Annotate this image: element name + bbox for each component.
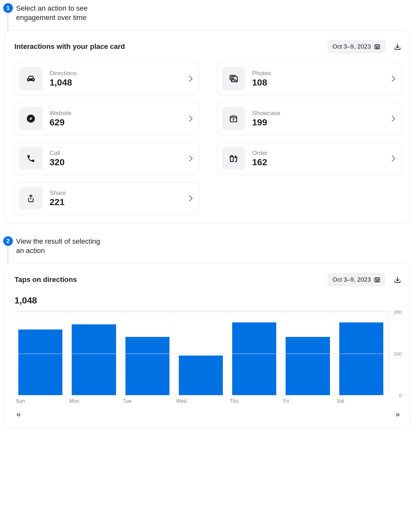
action-text: Photos108 — [252, 70, 384, 88]
next-week-button[interactable]: » — [396, 410, 400, 419]
action-value: 221 — [50, 197, 181, 207]
action-card-share[interactable]: Share221 — [14, 182, 199, 215]
svg-point-26 — [378, 280, 379, 280]
phone-icon — [19, 147, 42, 170]
step-1-caption: Select an action to see engagement over … — [16, 3, 106, 22]
bar-thu[interactable] — [232, 322, 276, 395]
svg-point-19 — [235, 156, 236, 157]
panel-header-right: Oct 3–9, 2023 — [327, 40, 402, 53]
x-tick-label: Mon — [68, 395, 121, 404]
action-label: Directions — [50, 70, 181, 77]
calendar-icon — [374, 276, 380, 283]
x-tick-label: Wed — [175, 395, 228, 404]
calendar-icon — [374, 43, 380, 50]
chevron-right-icon — [391, 115, 396, 122]
action-value: 629 — [50, 117, 181, 128]
svg-point-4 — [376, 47, 376, 47]
share-icon — [19, 187, 42, 210]
compass-icon — [19, 107, 42, 130]
action-value: 108 — [252, 77, 384, 88]
photos-icon — [222, 67, 245, 90]
car-icon — [19, 67, 42, 90]
x-tick-label: Sat — [335, 395, 389, 404]
action-text: Directions1,048 — [50, 70, 181, 88]
action-card-call[interactable]: Call320 — [14, 142, 199, 175]
step-1-block: 1 Select an action to see engagement ove… — [3, 3, 410, 223]
svg-point-24 — [376, 280, 376, 280]
actions-grid: Directions1,048Photos108Website629Showca… — [14, 62, 402, 215]
action-value: 162 — [252, 157, 384, 167]
action-text: Website629 — [50, 110, 181, 128]
bar-chart: 0100200 — [14, 312, 402, 395]
chevron-right-icon — [188, 115, 193, 122]
bar-mon[interactable] — [72, 324, 116, 395]
action-card-directions[interactable]: Directions1,048 — [14, 62, 199, 95]
y-tick-label: 100 — [394, 351, 402, 356]
action-card-website[interactable]: Website629 — [14, 102, 199, 135]
action-card-order[interactable]: Order162 — [217, 142, 402, 175]
chevron-right-icon — [391, 155, 396, 162]
action-card-showcase[interactable]: Showcase199 — [217, 102, 402, 135]
action-label: Photos — [252, 70, 384, 77]
step-1-badge: 1 — [3, 3, 13, 13]
svg-point-25 — [377, 280, 377, 280]
step-2-block: 2 View the result of selecting an action… — [3, 236, 410, 428]
date-range-picker[interactable]: Oct 3–9, 2023 — [327, 40, 386, 53]
action-label: Website — [50, 110, 181, 117]
bar-wed[interactable] — [179, 356, 223, 395]
chart-total: 1,048 — [14, 295, 402, 306]
chevron-right-icon — [391, 75, 396, 82]
step-2-badge: 2 — [3, 236, 13, 246]
svg-point-9 — [378, 48, 379, 49]
gridline — [14, 354, 389, 354]
action-value: 320 — [50, 157, 181, 167]
chevron-right-icon — [188, 195, 193, 202]
action-text: Call320 — [50, 149, 181, 167]
svg-point-29 — [378, 281, 379, 282]
bar-sun[interactable] — [18, 330, 62, 395]
showcase-icon — [222, 107, 245, 130]
action-label: Share — [50, 189, 181, 196]
order-icon — [222, 147, 245, 170]
chevron-right-icon — [188, 155, 193, 162]
chart-download-button[interactable] — [393, 276, 402, 284]
action-value: 1,048 — [50, 77, 181, 88]
prev-week-button[interactable]: « — [16, 410, 21, 419]
bar-tue[interactable] — [125, 337, 169, 395]
svg-point-7 — [376, 48, 376, 49]
chart-panel-header-right: Oct 3–9, 2023 — [327, 273, 402, 286]
svg-point-27 — [376, 281, 376, 282]
action-card-photos[interactable]: Photos108 — [217, 62, 402, 95]
chart-panel-header: Taps on directions Oct 3–9, 2023 — [14, 273, 402, 286]
bar-fri[interactable] — [286, 337, 330, 395]
x-tick-label: Sun — [14, 395, 68, 404]
chart-date-range-label: Oct 3–9, 2023 — [333, 276, 371, 283]
action-text: Order162 — [252, 149, 384, 167]
step-2-caption: View the result of selecting an action — [16, 236, 106, 255]
action-label: Showcase — [252, 110, 384, 117]
panel-header: Interactions with your place card Oct 3–… — [14, 40, 402, 53]
svg-point-11 — [233, 78, 233, 79]
gridline — [14, 312, 389, 312]
y-tick-label: 0 — [399, 393, 402, 398]
svg-point-28 — [377, 281, 377, 282]
chevron-right-icon — [188, 75, 193, 82]
action-label: Call — [50, 149, 181, 157]
action-value: 199 — [252, 117, 384, 128]
y-tick-label: 200 — [394, 309, 402, 315]
download-button[interactable] — [393, 42, 402, 51]
action-label: Order — [252, 149, 384, 157]
interactions-panel: Interactions with your place card Oct 3–… — [5, 30, 410, 223]
action-text: Share221 — [50, 189, 181, 207]
chart-panel: Taps on directions Oct 3–9, 2023 1,048 0… — [5, 263, 410, 428]
chart-nav: « » — [14, 410, 402, 419]
bar-sat[interactable] — [339, 322, 383, 395]
chart-date-range-picker[interactable]: Oct 3–9, 2023 — [327, 273, 386, 286]
chart-title: Taps on directions — [14, 276, 77, 284]
x-tick-label: Fri — [282, 395, 335, 404]
svg-point-6 — [378, 47, 379, 47]
chart-x-axis: SunMonTueWedThuFriSat — [14, 395, 389, 404]
svg-point-5 — [377, 47, 377, 47]
date-range-label: Oct 3–9, 2023 — [333, 43, 371, 50]
gridline — [14, 395, 389, 395]
